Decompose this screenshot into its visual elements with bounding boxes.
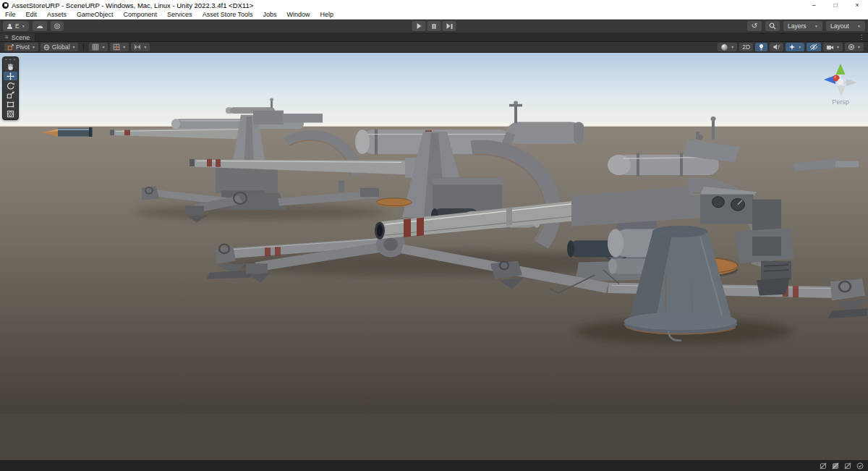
step-button[interactable] (443, 21, 456, 31)
window-titlebar: AssetStoreURP - SceneURP - Windows, Mac,… (0, 0, 868, 10)
menu-help[interactable]: Help (315, 10, 339, 19)
menu-services[interactable]: Services (162, 10, 197, 19)
cloud-icon: ☁ (36, 22, 43, 30)
scale-icon (7, 91, 14, 99)
scene-viewport[interactable]: • • • (0, 53, 868, 460)
hamburger-icon: ≡ (5, 34, 9, 41)
close-button[interactable]: × (846, 0, 868, 10)
minimize-button[interactable]: – (803, 0, 825, 10)
grid-visibility-button[interactable]: ▼ (89, 43, 108, 51)
status-ok-icon[interactable] (856, 462, 864, 470)
palette-drag-handle[interactable]: • • • (5, 58, 16, 61)
tab-scene-label: Scene (12, 34, 30, 41)
snap-increment-button[interactable]: ▼ (110, 43, 129, 51)
tool-palette: • • • (2, 56, 19, 120)
tab-scene[interactable]: ≡ Scene (0, 33, 35, 41)
view-tool-button[interactable] (4, 62, 17, 71)
chevron-down-icon: ▼ (731, 45, 734, 49)
main-toolbar: E ▼ ☁ ◎ ↺ Layers ▼ Layout ▼ (0, 20, 868, 33)
history-icon: ↺ (752, 22, 757, 30)
global-toggle[interactable]: Global ▼ (41, 43, 79, 51)
chevron-down-icon: ▼ (122, 45, 126, 49)
play-icon (417, 23, 421, 29)
console-info-muted-icon[interactable] (820, 462, 827, 470)
chevron-down-icon: ▼ (857, 24, 861, 28)
pause-button[interactable] (427, 21, 441, 31)
transform-icon (7, 110, 14, 118)
chevron-down-icon: ▼ (798, 45, 801, 49)
person-icon (7, 23, 13, 30)
toggle-2d-button[interactable]: 2D (739, 43, 753, 51)
search-button[interactable] (765, 21, 780, 31)
snap-move-icon (134, 43, 141, 51)
rotate-icon (7, 82, 14, 90)
menu-assets[interactable]: Assets (42, 10, 72, 19)
undo-history-button[interactable]: ↺ (747, 21, 762, 31)
menubar: File Edit Assets GameObject Component Se… (0, 10, 868, 20)
effects-dropdown[interactable]: ▼ (786, 43, 804, 51)
snap-grid-icon (113, 43, 120, 51)
cloud-button[interactable]: ☁ (33, 21, 47, 31)
layout-dropdown[interactable]: Layout ▼ (826, 21, 865, 31)
effects-star-icon (788, 43, 796, 51)
account-button[interactable]: E ▼ (3, 21, 29, 31)
gizmos-icon (848, 43, 855, 51)
services-button[interactable]: ◎ (51, 21, 64, 31)
scene-tabbar: ≡ Scene ⋮ (0, 33, 868, 42)
global-label: Global (52, 43, 70, 51)
step-icon (446, 23, 450, 29)
target-icon: ◎ (54, 22, 61, 30)
chevron-down-icon: ▼ (143, 45, 147, 49)
menu-jobs[interactable]: Jobs (258, 10, 282, 19)
gizmos-dropdown[interactable]: ▼ (845, 43, 864, 51)
tab-options-button[interactable]: ⋮ (855, 34, 868, 41)
pivot-toggle[interactable]: Pivot ▼ (4, 43, 38, 51)
statusbar (0, 460, 868, 471)
scale-tool-button[interactable] (4, 90, 17, 99)
draw-mode-dropdown[interactable]: ▼ (718, 43, 737, 51)
chevron-down-icon: ▼ (32, 45, 35, 49)
hand-icon (7, 63, 14, 71)
menu-edit[interactable]: Edit (21, 10, 43, 19)
projection-label[interactable]: Persp (817, 98, 864, 106)
orientation-gizmo[interactable]: Persp (817, 60, 864, 106)
chevron-down-icon: ▼ (814, 24, 818, 28)
move-tool-button[interactable] (4, 72, 17, 80)
account-initial: E (15, 22, 20, 30)
scene-view-toolbar: Pivot ▼ Global ▼ ▼ ▼ ▼ (0, 42, 868, 53)
chevron-down-icon: ▼ (22, 24, 25, 28)
menu-window[interactable]: Window (282, 10, 315, 19)
toolbar-right: ↺ Layers ▼ Layout ▼ (744, 21, 865, 31)
axis-gizmo-icon (819, 60, 862, 98)
scene-lighting-toggle[interactable] (755, 43, 767, 51)
layers-label: Layers (788, 22, 807, 30)
audio-toggle[interactable] (770, 43, 783, 51)
2d-label: 2D (742, 43, 750, 51)
chevron-down-icon: ▼ (836, 45, 840, 49)
eye-slash-icon (809, 43, 818, 51)
camera-icon (826, 44, 834, 51)
play-button[interactable] (412, 21, 426, 31)
menu-component[interactable]: Component (119, 10, 163, 19)
layout-label: Layout (830, 22, 849, 30)
console-warning-muted-icon[interactable] (832, 462, 839, 470)
scene-toolbar-right: ▼ 2D ▼ (718, 43, 864, 51)
menu-file[interactable]: File (0, 10, 21, 19)
unity-logo-icon (2, 2, 9, 9)
move-icon (7, 72, 14, 80)
menu-asset-store-tools[interactable]: Asset Store Tools (197, 10, 258, 19)
scene-visibility-toggle[interactable] (807, 43, 821, 51)
rect-tool-button[interactable] (4, 100, 17, 109)
chevron-down-icon: ▼ (101, 45, 105, 49)
maximize-button[interactable]: □ (825, 0, 846, 10)
globe-icon (43, 44, 50, 51)
window-controls: – □ × (803, 0, 868, 10)
rotate-tool-button[interactable] (4, 81, 17, 90)
camera-settings-dropdown[interactable]: ▼ (823, 43, 843, 51)
menu-gameobject[interactable]: GameObject (72, 10, 119, 19)
separator (83, 43, 84, 51)
console-error-muted-icon[interactable] (844, 462, 851, 470)
snap-move-button[interactable]: ▼ (131, 43, 150, 51)
layers-dropdown[interactable]: Layers ▼ (783, 21, 822, 31)
transform-tool-button[interactable] (4, 109, 17, 118)
